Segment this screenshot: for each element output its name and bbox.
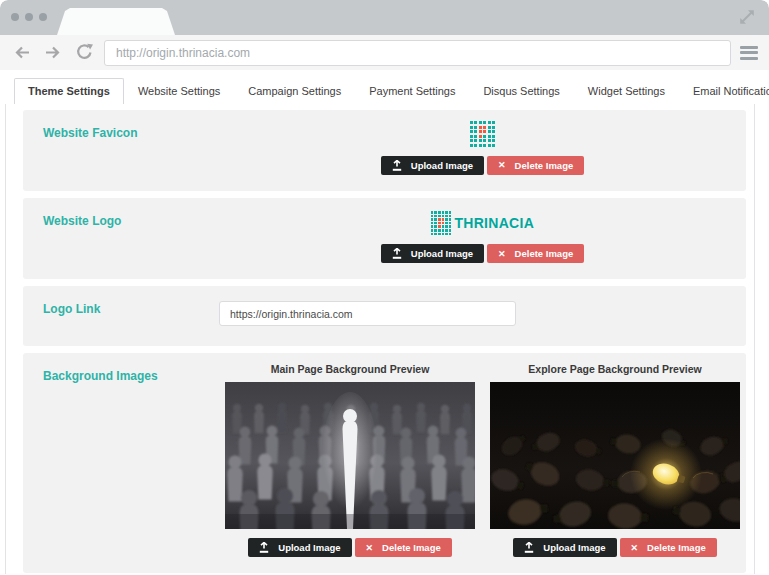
button-label: Delete Image (515, 248, 574, 259)
favicon-preview-image (470, 121, 496, 147)
section-label-website-favicon: Website Favicon (23, 110, 219, 191)
upload-icon (524, 542, 534, 553)
section-website-logo: Website Logo THRINACIA Upload Image (23, 198, 746, 279)
window-control-dots (11, 13, 47, 21)
menu-bar (740, 57, 758, 60)
logo-dots-icon (431, 211, 452, 235)
tab-widget-settings[interactable]: Widget Settings (574, 78, 679, 104)
browser-tab[interactable] (57, 8, 175, 35)
window-dot-icon (11, 13, 19, 21)
menu-bar (740, 51, 758, 54)
settings-tabs: Theme Settings Website Settings Campaign… (0, 70, 769, 104)
tab-theme-settings[interactable]: Theme Settings (14, 78, 124, 104)
upload-icon (259, 542, 269, 553)
section-label-background-images: Background Images (23, 353, 219, 573)
main-background-title: Main Page Background Preview (271, 363, 430, 375)
main-background-preview-image (225, 382, 475, 529)
close-icon: ✕ (498, 160, 506, 170)
button-label: Upload Image (543, 542, 605, 553)
expand-icon[interactable] (738, 8, 756, 26)
section-background-images: Background Images Main Page Background P… (23, 353, 746, 573)
upload-icon (392, 160, 402, 171)
back-button[interactable] (11, 42, 33, 64)
window-dot-icon (39, 13, 47, 21)
button-label: Delete Image (515, 160, 574, 171)
close-icon: ✕ (631, 543, 639, 553)
forward-arrow-icon (44, 45, 62, 60)
favicon-delete-button[interactable]: ✕ Delete Image (487, 156, 584, 175)
main-background-column: Main Page Background Preview (225, 363, 475, 557)
logo-delete-button[interactable]: ✕ Delete Image (487, 244, 584, 263)
menu-bar (740, 46, 758, 49)
logo-link-input[interactable] (219, 301, 516, 326)
browser-window: Theme Settings Website Settings Campaign… (0, 0, 769, 575)
tab-campaign-settings[interactable]: Campaign Settings (234, 78, 355, 104)
explore-background-column: Explore Page Background Preview (490, 363, 740, 557)
tab-website-settings[interactable]: Website Settings (124, 78, 234, 104)
section-logo-link: Logo Link (23, 286, 746, 346)
explore-bg-upload-button[interactable]: Upload Image (513, 538, 616, 557)
explore-bg-delete-button[interactable]: ✕ Delete Image (620, 538, 717, 557)
section-website-favicon: Website Favicon Upload Image ✕ Delete Im… (23, 110, 746, 191)
section-label-logo-link: Logo Link (23, 286, 219, 346)
explore-background-title: Explore Page Background Preview (528, 363, 701, 375)
menu-icon[interactable] (740, 44, 758, 62)
button-label: Delete Image (647, 542, 706, 553)
button-label: Upload Image (411, 248, 473, 259)
main-bg-upload-button[interactable]: Upload Image (248, 538, 351, 557)
refresh-icon (75, 43, 94, 62)
back-arrow-icon (13, 45, 31, 60)
logo-preview-image: THRINACIA (431, 211, 534, 235)
browser-titlebar (0, 0, 769, 35)
tab-disqus-settings[interactable]: Disqus Settings (469, 78, 573, 104)
tab-content-theme-settings: Website Favicon Upload Image ✕ Delete Im… (5, 103, 755, 574)
button-label: Delete Image (382, 542, 441, 553)
logo-wordmark: THRINACIA (454, 215, 534, 231)
forward-button[interactable] (42, 42, 64, 64)
browser-toolbar (0, 35, 769, 70)
button-label: Upload Image (278, 542, 340, 553)
url-input[interactable] (104, 40, 731, 66)
upload-icon (392, 248, 402, 259)
tab-email-notifications[interactable]: Email Notifications (679, 78, 769, 104)
close-icon: ✕ (498, 249, 506, 259)
main-bg-delete-button[interactable]: ✕ Delete Image (355, 538, 452, 557)
section-label-website-logo: Website Logo (23, 198, 219, 279)
tab-payment-settings[interactable]: Payment Settings (355, 78, 469, 104)
refresh-button[interactable] (73, 42, 95, 64)
button-label: Upload Image (411, 160, 473, 171)
window-dot-icon (25, 13, 33, 21)
explore-background-preview-image (490, 382, 740, 529)
close-icon: ✕ (366, 543, 374, 553)
favicon-upload-button[interactable]: Upload Image (381, 156, 484, 175)
logo-upload-button[interactable]: Upload Image (381, 244, 484, 263)
